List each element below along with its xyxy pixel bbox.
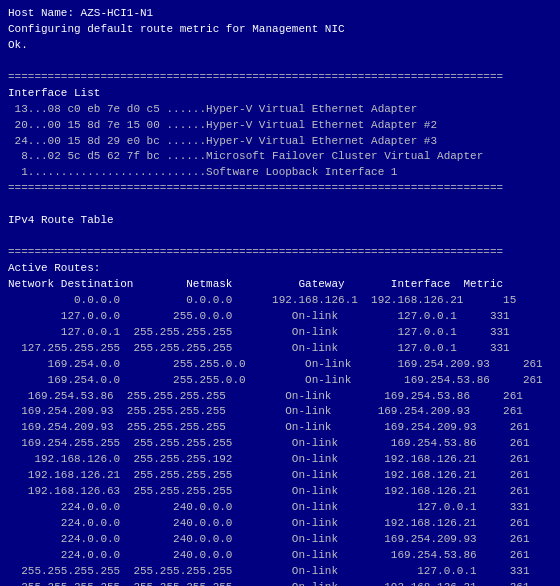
terminal-line: Network Destination Netmask Gateway Inte…	[8, 277, 552, 293]
terminal-line: 224.0.0.0 240.0.0.0 On-link 169.254.53.8…	[8, 548, 552, 564]
terminal-line: Interface List	[8, 86, 552, 102]
terminal-line: Active Routes:	[8, 261, 552, 277]
terminal-line	[8, 54, 552, 70]
terminal-line: 255.255.255.255 255.255.255.255 On-link …	[8, 580, 552, 586]
terminal-line: 127.255.255.255 255.255.255.255 On-link …	[8, 341, 552, 357]
terminal-line: 24...00 15 8d 29 e0 bc ......Hyper-V Vir…	[8, 134, 552, 150]
terminal-line: ========================================…	[8, 70, 552, 86]
terminal-line: 20...00 15 8d 7e 15 00 ......Hyper-V Vir…	[8, 118, 552, 134]
terminal-line: 13...08 c0 eb 7e d0 c5 ......Hyper-V Vir…	[8, 102, 552, 118]
terminal-line: Configuring default route metric for Man…	[8, 22, 552, 38]
terminal-line: 224.0.0.0 240.0.0.0 On-link 192.168.126.…	[8, 516, 552, 532]
terminal-line: 169.254.53.86 255.255.255.255 On-link 16…	[8, 389, 552, 405]
terminal-line: 192.168.126.21 255.255.255.255 On-link 1…	[8, 468, 552, 484]
terminal-line: 8...02 5c d5 62 7f bc ......Microsoft Fa…	[8, 149, 552, 165]
terminal-line: 1...........................Software Loo…	[8, 165, 552, 181]
terminal-line	[8, 197, 552, 213]
terminal-line: 169.254.0.0 255.255.0.0 On-link 169.254.…	[8, 373, 552, 389]
terminal-line: 169.254.255.255 255.255.255.255 On-link …	[8, 436, 552, 452]
terminal-line: 169.254.0.0 255.255.0.0 On-link 169.254.…	[8, 357, 552, 373]
terminal-line: 192.168.126.0 255.255.255.192 On-link 19…	[8, 452, 552, 468]
terminal-line: ========================================…	[8, 245, 552, 261]
terminal-line: IPv4 Route Table	[8, 213, 552, 229]
terminal-line: Host Name: AZS-HCI1-N1	[8, 6, 552, 22]
terminal-line	[8, 229, 552, 245]
terminal-line: 192.168.126.63 255.255.255.255 On-link 1…	[8, 484, 552, 500]
terminal-line: 224.0.0.0 240.0.0.0 On-link 127.0.0.1 33…	[8, 500, 552, 516]
terminal-line: 255.255.255.255 255.255.255.255 On-link …	[8, 564, 552, 580]
terminal-line: 127.0.0.1 255.255.255.255 On-link 127.0.…	[8, 325, 552, 341]
terminal-line: 0.0.0.0 0.0.0.0 192.168.126.1 192.168.12…	[8, 293, 552, 309]
terminal-line: 169.254.209.93 255.255.255.255 On-link 1…	[8, 404, 552, 420]
terminal-line: 169.254.209.93 255.255.255.255 On-link 1…	[8, 420, 552, 436]
terminal-line: 127.0.0.0 255.0.0.0 On-link 127.0.0.1 33…	[8, 309, 552, 325]
terminal-output: Host Name: AZS-HCI1-N1Configuring defaul…	[8, 6, 552, 586]
terminal-line: 224.0.0.0 240.0.0.0 On-link 169.254.209.…	[8, 532, 552, 548]
terminal-line: ========================================…	[8, 181, 552, 197]
terminal-line: Ok.	[8, 38, 552, 54]
